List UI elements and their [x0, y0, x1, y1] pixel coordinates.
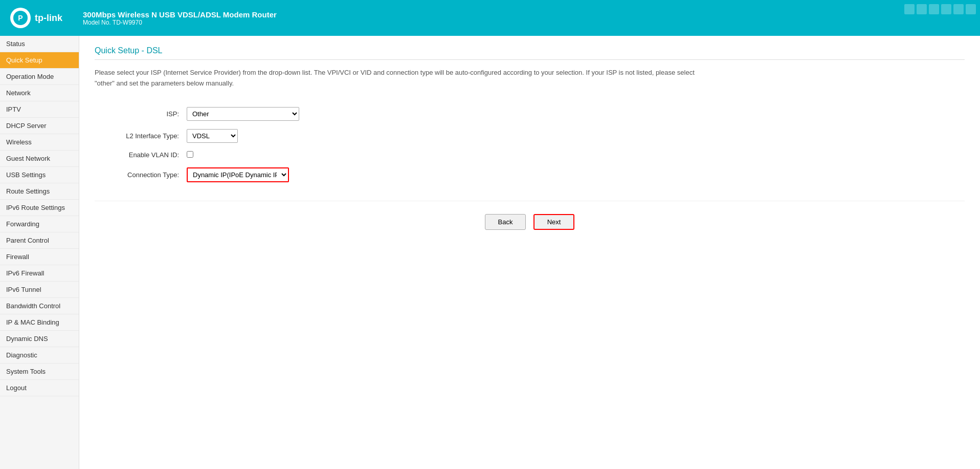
- sidebar-item-firewall[interactable]: Firewall: [0, 249, 79, 265]
- logo-text: tp-link: [35, 13, 62, 24]
- connection-label: Connection Type:: [95, 171, 187, 179]
- sidebar-item-usb-settings[interactable]: USB Settings: [0, 167, 79, 183]
- isp-label: ISP:: [95, 110, 187, 118]
- vlan-label: Enable VLAN ID:: [95, 151, 187, 159]
- sidebar-item-wireless[interactable]: Wireless: [0, 134, 79, 151]
- sidebar-item-guest-network[interactable]: Guest Network: [0, 151, 79, 167]
- logo-icon: P: [10, 8, 31, 28]
- header: P tp-link 300Mbps Wireless N USB VDSL/AD…: [0, 0, 980, 36]
- sidebar-item-operation-mode[interactable]: Operation Mode: [0, 69, 79, 85]
- sidebar-item-logout[interactable]: Logout: [0, 380, 79, 396]
- main-content: Quick Setup - DSL Please select your ISP…: [79, 36, 980, 469]
- main-layout: StatusQuick SetupOperation ModeNetworkIP…: [0, 36, 980, 469]
- l2-row: L2 Interface Type: VDSL ADSL: [95, 129, 965, 143]
- sidebar-item-bandwidth-control[interactable]: Bandwidth Control: [0, 298, 79, 314]
- product-name: 300Mbps Wireless N USB VDSL/ADSL Modem R…: [83, 10, 277, 19]
- connection-select[interactable]: Dynamic IP(IPoE Dynamic IP) Static IP PP…: [187, 167, 289, 182]
- sidebar-item-network[interactable]: Network: [0, 85, 79, 101]
- isp-control: Other: [187, 107, 299, 121]
- l2-control: VDSL ADSL: [187, 129, 299, 143]
- page-title: Quick Setup - DSL: [95, 46, 965, 60]
- description: Please select your ISP (Internet Service…: [95, 68, 708, 89]
- vlan-row: Enable VLAN ID:: [95, 151, 965, 159]
- sidebar-item-status[interactable]: Status: [0, 36, 79, 52]
- button-row: Back Next: [95, 214, 965, 230]
- sidebar-item-ipv6-tunnel[interactable]: IPv6 Tunnel: [0, 282, 79, 298]
- connection-row: Connection Type: Dynamic IP(IPoE Dynamic…: [95, 167, 965, 182]
- connection-control: Dynamic IP(IPoE Dynamic IP) Static IP PP…: [187, 167, 299, 182]
- vlan-checkbox[interactable]: [187, 151, 193, 158]
- vlan-control: [187, 151, 299, 159]
- isp-row: ISP: Other: [95, 107, 965, 121]
- model-no: Model No. TD-W9970: [83, 19, 277, 26]
- header-title: 300Mbps Wireless N USB VDSL/ADSL Modem R…: [83, 10, 277, 26]
- sidebar-item-diagnostic[interactable]: Diagnostic: [0, 347, 79, 364]
- sidebar-item-ipv6-route-settings[interactable]: IPv6 Route Settings: [0, 200, 79, 216]
- back-button[interactable]: Back: [485, 214, 526, 230]
- sidebar-item-dynamic-dns[interactable]: Dynamic DNS: [0, 331, 79, 347]
- logo: P tp-link: [10, 8, 62, 28]
- sidebar-item-iptv[interactable]: IPTV: [0, 101, 79, 118]
- sidebar: StatusQuick SetupOperation ModeNetworkIP…: [0, 36, 79, 469]
- form-section: ISP: Other L2 Interface Type: VDSL ADSL: [95, 102, 965, 201]
- sidebar-item-system-tools[interactable]: System Tools: [0, 364, 79, 380]
- sidebar-item-ipv6-firewall[interactable]: IPv6 Firewall: [0, 265, 79, 282]
- sidebar-item-quick-setup[interactable]: Quick Setup: [0, 52, 79, 69]
- sidebar-item-forwarding[interactable]: Forwarding: [0, 216, 79, 232]
- header-decoration: [900, 0, 980, 18]
- sidebar-item-ip-&-mac-binding[interactable]: IP & MAC Binding: [0, 314, 79, 331]
- sidebar-item-parent-control[interactable]: Parent Control: [0, 232, 79, 249]
- l2-select[interactable]: VDSL ADSL: [187, 129, 238, 143]
- svg-text:P: P: [18, 14, 23, 22]
- sidebar-item-route-settings[interactable]: Route Settings: [0, 183, 79, 200]
- sidebar-item-dhcp-server[interactable]: DHCP Server: [0, 118, 79, 134]
- next-button[interactable]: Next: [533, 214, 574, 230]
- isp-select[interactable]: Other: [187, 107, 299, 121]
- l2-label: L2 Interface Type:: [95, 132, 187, 140]
